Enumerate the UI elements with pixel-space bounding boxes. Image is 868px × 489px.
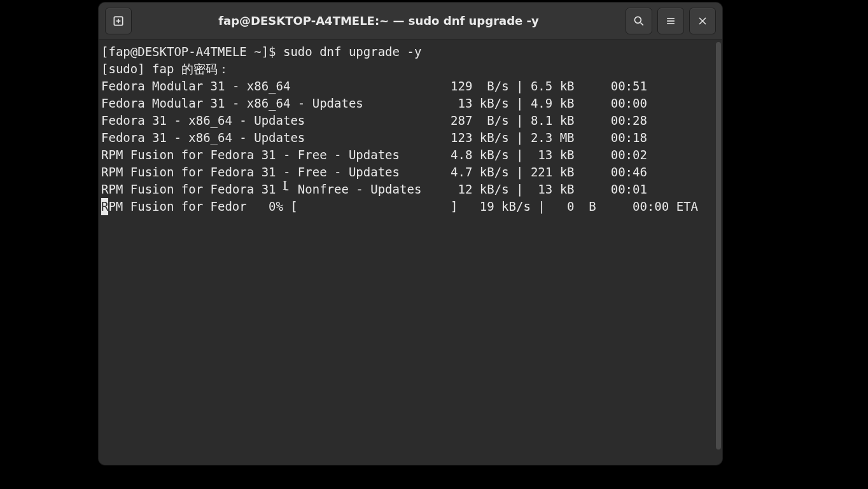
repo-line: Fedora 31 - x86_64 - Updates 123 kB/s | … <box>101 129 712 146</box>
new-tab-icon <box>112 15 125 27</box>
scrollbar-thumb[interactable] <box>716 42 721 450</box>
menu-button[interactable] <box>657 8 684 34</box>
prompt-line: [fap@DESKTOP-A4TMELE ~]$ sudo dnf upgrad… <box>101 43 712 60</box>
terminal-output[interactable]: [fap@DESKTOP-A4TMELE ~]$ sudo dnf upgrad… <box>99 39 715 465</box>
search-icon <box>633 15 645 27</box>
repo-line: Fedora 31 - x86_64 - Updates 287 B/s | 8… <box>101 112 712 129</box>
hamburger-icon <box>664 15 677 27</box>
repo-line: RPM Fusion for Fedora 31 - Free - Update… <box>101 164 712 181</box>
svg-point-3 <box>634 17 641 23</box>
repo-line: RPM Fusion for Fedora 31 - Free - Update… <box>101 146 712 164</box>
scrollbar-track[interactable] <box>715 39 722 465</box>
svg-line-4 <box>641 22 643 25</box>
close-button[interactable] <box>689 8 716 34</box>
search-button[interactable] <box>626 8 652 34</box>
repo-line: RPM Fusion for Fedora 31 - Nonfree - Upd… <box>101 181 712 198</box>
titlebar: fap@DESKTOP-A4TMELE:~ — sudo dnf upgrade… <box>99 3 722 39</box>
terminal-window: fap@DESKTOP-A4TMELE:~ — sudo dnf upgrade… <box>99 3 722 465</box>
sudo-prompt-line: [sudo] fap 的密码： <box>101 60 712 78</box>
terminal-body-wrap: [fap@DESKTOP-A4TMELE ~]$ sudo dnf upgrad… <box>99 39 722 465</box>
progress-line: RPM Fusion for Fedor 0% [ ] 19 kB/s | 0 … <box>101 198 712 215</box>
window-title: fap@DESKTOP-A4TMELE:~ — sudo dnf upgrade… <box>137 14 620 27</box>
new-tab-button[interactable] <box>105 8 132 34</box>
repo-line: Fedora Modular 31 - x86_64 - Updates 13 … <box>101 95 712 112</box>
block-cursor: R <box>101 198 108 215</box>
repo-line: Fedora Modular 31 - x86_64 129 B/s | 6.5… <box>101 78 712 95</box>
close-icon <box>696 15 709 27</box>
